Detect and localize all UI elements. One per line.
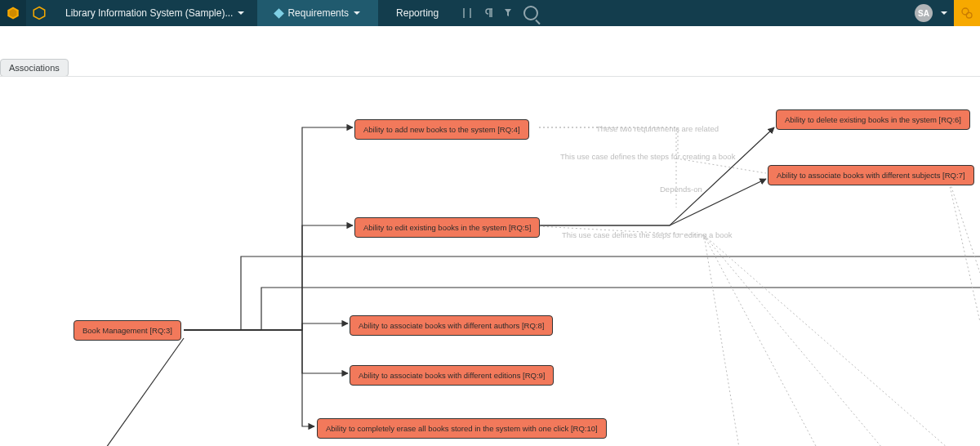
- node-rq9[interactable]: Ability to associate books with differen…: [350, 365, 554, 386]
- diamond-icon: [274, 8, 285, 19]
- node-book-management[interactable]: Book Management [RQ:3]: [74, 320, 181, 341]
- search-icon[interactable]: [520, 0, 541, 26]
- workspace-icon[interactable]: [26, 0, 52, 26]
- node-rq10[interactable]: Ability to completely erase all books st…: [317, 418, 607, 439]
- svg-marker-2: [33, 7, 45, 20]
- filter-icon[interactable]: [499, 0, 520, 26]
- tab-reporting[interactable]: Reporting: [378, 0, 457, 26]
- topbar: Library Information System (Sample)... R…: [0, 0, 980, 26]
- caret-down-icon: [238, 11, 244, 18]
- edge-label-create: This use case defines the steps for crea…: [560, 152, 735, 161]
- project-selector[interactable]: Library Information System (Sample)...: [52, 0, 257, 26]
- avatar: SA: [915, 4, 933, 22]
- toolbar-icons: [457, 0, 541, 26]
- secondary-toolbar: Associations: [0, 26, 980, 76]
- edge-label-depends: Depends-on: [660, 185, 702, 194]
- track-changes-icon[interactable]: [457, 0, 478, 26]
- app-logo-icon[interactable]: [0, 0, 26, 26]
- user-menu[interactable]: SA: [908, 0, 954, 26]
- svg-point-4: [966, 12, 972, 18]
- association-diagram[interactable]: Book Management [RQ:3] Ability to add ne…: [0, 76, 980, 446]
- edge-label-related: These two requirements are related: [596, 124, 719, 133]
- node-rq5[interactable]: Ability to edit existing books in the sy…: [354, 217, 540, 238]
- project-name: Library Information System (Sample)...: [65, 7, 233, 19]
- tab-label: Reporting: [396, 7, 439, 19]
- node-rq6[interactable]: Ability to delete existing books in the …: [776, 109, 970, 130]
- tab-requirements[interactable]: Requirements: [257, 0, 378, 26]
- caret-down-icon: [941, 11, 947, 18]
- caret-down-icon: [354, 11, 360, 18]
- node-rq4[interactable]: Ability to add new books to the system […: [354, 119, 529, 140]
- settings-button[interactable]: [954, 0, 980, 26]
- svg-point-3: [962, 8, 969, 15]
- node-rq8[interactable]: Ability to associate books with differen…: [350, 315, 553, 336]
- edge-label-edit: This use case defines the steps for edit…: [562, 230, 733, 239]
- tab-associations[interactable]: Associations: [0, 59, 69, 77]
- node-rq7[interactable]: Ability to associate books with differen…: [768, 165, 974, 185]
- tab-label: Requirements: [287, 7, 349, 19]
- paragraph-icon[interactable]: [478, 0, 499, 26]
